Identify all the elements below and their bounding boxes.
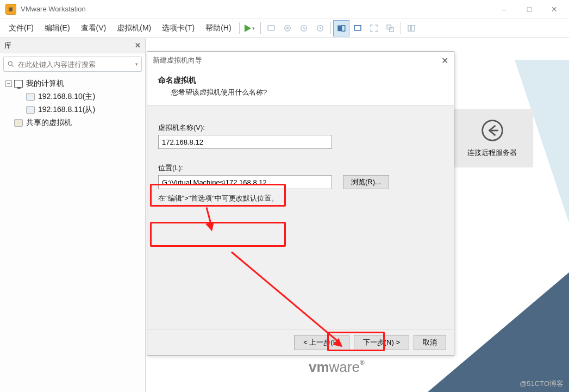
cancel-button[interactable]: 取消 — [414, 335, 446, 350]
search-dropdown-icon[interactable]: ▾ — [135, 61, 138, 67]
svg-point-1 — [284, 25, 290, 31]
menu-edit[interactable]: 编辑(E) — [39, 20, 76, 36]
vm-location-label: 位置(L): — [158, 163, 443, 173]
app-logo-icon — [5, 4, 16, 15]
expand-icon[interactable]: − — [5, 80, 12, 87]
watermark: @51CTO博客 — [520, 379, 564, 389]
computer-icon — [14, 80, 23, 88]
svg-rect-6 — [341, 25, 345, 31]
wizard-close-button[interactable]: ✕ — [441, 55, 448, 66]
snapshot-manager-button[interactable] — [296, 20, 312, 36]
new-vm-wizard-dialog: 新建虚拟机向导 ✕ 命名虚拟机 您希望该虚拟机使用什么名称? 虚拟机名称(V):… — [147, 51, 454, 356]
menu-vm[interactable]: 虚拟机(M) — [111, 20, 157, 36]
power-on-button[interactable]: ▾ — [242, 20, 258, 36]
titlebar: VMware Workstation – □ ✕ — [0, 0, 569, 18]
back-button[interactable]: < 上一步(B) — [294, 335, 349, 350]
search-icon — [7, 60, 15, 68]
vm-icon — [26, 106, 35, 114]
tree-label: 我的计算机 — [26, 79, 64, 89]
tree-node-vm2[interactable]: 192.168.8.11(从) — [4, 103, 141, 116]
vm-icon — [26, 93, 35, 101]
wizard-subheading: 您希望该虚拟机使用什么名称? — [171, 88, 443, 97]
svg-rect-0 — [268, 25, 274, 30]
wizard-body: 虚拟机名称(V): 位置(L): 浏览(R)... 在"编辑">"首选项"中可更… — [147, 105, 454, 329]
browse-button[interactable]: 浏览(R)... — [343, 175, 389, 189]
maximize-button[interactable]: □ — [517, 1, 542, 17]
window-title: VMware Workstation — [21, 5, 86, 13]
menu-file[interactable]: 文件(F) — [3, 20, 39, 36]
library-header: 库 ✕ — [0, 38, 145, 53]
snapshot-button[interactable] — [279, 20, 296, 36]
tree-label: 192.168.8.10(主) — [38, 92, 95, 102]
menu-tabs[interactable]: 选项卡(T) — [157, 20, 200, 36]
svg-rect-5 — [337, 25, 341, 31]
tree-node-shared[interactable]: 共享的虚拟机 — [4, 116, 141, 129]
close-button[interactable]: ✕ — [542, 1, 567, 17]
wizard-header: 命名虚拟机 您希望该虚拟机使用什么名称? — [147, 69, 454, 105]
tree-node-vm1[interactable]: 192.168.8.10(主) — [4, 90, 141, 103]
svg-rect-11 — [411, 25, 415, 31]
wizard-title: 新建虚拟机向导 — [153, 55, 202, 65]
wizard-titlebar: 新建虚拟机向导 ✕ — [147, 52, 454, 69]
revert-button[interactable] — [312, 20, 328, 36]
library-tree: − 我的计算机 192.168.8.10(主) 192.168.8.11(从) … — [0, 75, 145, 132]
logo-vm: vm — [309, 359, 329, 375]
single-view-button[interactable] — [349, 20, 366, 36]
svg-line-13 — [12, 65, 14, 67]
menu-help[interactable]: 帮助(H) — [200, 20, 236, 36]
wizard-heading: 命名虚拟机 — [158, 76, 443, 85]
vmware-logo: vmware® — [309, 359, 365, 376]
svg-point-12 — [8, 61, 12, 65]
logo-ware: ware — [329, 359, 360, 375]
vm-name-label: 虚拟机名称(V): — [158, 123, 443, 133]
tree-label: 共享的虚拟机 — [26, 118, 72, 128]
tree-label: 192.168.8.11(从) — [38, 105, 95, 115]
next-button[interactable]: 下一步(N) > — [354, 335, 409, 350]
library-title: 库 — [4, 41, 11, 51]
location-note: 在"编辑">"首选项"中可更改默认位置。 — [158, 194, 443, 203]
vm-location-input[interactable] — [158, 175, 332, 189]
library-sidebar: 库 ✕ ▾ − 我的计算机 192.168.8.10(主) 192.168.8.… — [0, 38, 146, 392]
svg-rect-10 — [408, 25, 411, 31]
svg-rect-7 — [354, 25, 361, 30]
library-toggle-button[interactable] — [403, 20, 420, 36]
menu-view[interactable]: 查看(V) — [76, 20, 112, 36]
remote-icon — [480, 119, 504, 142]
menubar: 文件(F) 编辑(E) 查看(V) 虚拟机(M) 选项卡(T) 帮助(H) ▾ — [0, 18, 569, 38]
remote-label: 连接远程服务器 — [467, 148, 517, 158]
vm-name-input[interactable] — [158, 135, 332, 149]
wizard-footer: < 上一步(B) 下一步(N) > 取消 — [147, 329, 454, 355]
thumbnail-view-button[interactable] — [333, 20, 349, 36]
shared-icon — [14, 119, 23, 127]
unity-button[interactable] — [382, 20, 398, 36]
suspend-button[interactable] — [263, 20, 279, 36]
tree-node-my-computer[interactable]: − 我的计算机 — [4, 77, 141, 90]
library-close-button[interactable]: ✕ — [135, 41, 141, 49]
minimize-button[interactable]: – — [492, 1, 517, 17]
fullscreen-button[interactable] — [366, 20, 382, 36]
connect-remote-button[interactable]: 连接远程服务器 — [451, 109, 533, 167]
search-box[interactable]: ▾ — [3, 57, 142, 72]
svg-point-2 — [286, 27, 288, 29]
search-input[interactable] — [15, 60, 134, 69]
